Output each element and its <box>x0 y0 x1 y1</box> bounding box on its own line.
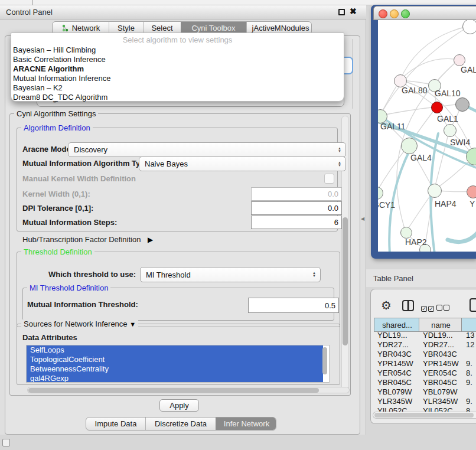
mi-threshold-field[interactable]: 0.5 <box>248 298 339 313</box>
table-header-row: shared...name <box>374 318 476 331</box>
table-row[interactable]: YPR145WYPR145W9. <box>374 359 476 369</box>
toolbar-divider <box>32 0 33 5</box>
mi-type-label: Mutual Information Algorithm Type: <box>22 159 152 168</box>
table-cell: YLR345W <box>374 397 419 406</box>
table-row[interactable]: YDL19...YDL19...13 <box>374 331 476 340</box>
mi-type-value: Naive Bayes <box>145 159 188 168</box>
table-hscrollbar-thumb[interactable] <box>374 413 474 418</box>
expand-right-icon[interactable]: ▶ <box>148 236 153 244</box>
column-header-name[interactable]: name <box>419 318 463 332</box>
tab-discretize-data[interactable]: Discretize Data <box>145 418 216 430</box>
hub-definition-expander[interactable]: Hub/Transcription Factor Definition ▶ <box>22 235 153 244</box>
table-row[interactable]: YDR27...YDR27...12 <box>374 340 476 350</box>
kernel-width-label: Kernel Width (0,1): <box>22 190 90 198</box>
network-node-label: GCY1 <box>378 200 395 210</box>
table-cell: YDR27... <box>374 340 419 350</box>
minimized-panel-icon[interactable] <box>2 439 10 446</box>
settings-scrollbar-thumb[interactable] <box>343 217 348 345</box>
network-node[interactable] <box>431 102 443 113</box>
sources-group-title[interactable]: Sources for Network Inference ▼ <box>21 319 138 328</box>
table-cell: YBR043C <box>374 350 419 359</box>
tab-impute-data[interactable]: Impute Data <box>86 418 145 430</box>
algorithm-option[interactable]: Mutual Information Inference <box>11 74 344 83</box>
table-row[interactable]: YBR045CYBR045C9. <box>374 378 476 387</box>
network-node[interactable] <box>400 227 412 239</box>
splitter-collapse-icon[interactable]: ◀ <box>361 216 364 221</box>
algorithm-option[interactable]: Basic Correlation Inference <box>11 55 344 64</box>
aracne-mode-combobox[interactable]: Discovery ▲▼ <box>68 142 346 157</box>
table-cell: YBR045C <box>374 378 419 387</box>
network-view-canvas[interactable]: GALGAL80GAL10GAL1GAL11GAL4SWI4GCY1HAP4YH… <box>378 20 476 252</box>
algorithm-option[interactable]: Bayesian – K2 <box>11 83 344 93</box>
network-node[interactable] <box>462 20 476 34</box>
column-view-icon[interactable] <box>402 300 414 311</box>
network-window-titlebar[interactable] <box>373 6 476 20</box>
deselect-columns-icon[interactable] <box>436 302 449 313</box>
table-cell: YDL19... <box>419 331 462 340</box>
dpi-tolerance-value: 0.0 <box>328 204 338 213</box>
table-cell: YBR045C <box>419 378 462 387</box>
tab-label: jActiveMNodules <box>252 24 309 32</box>
network-node[interactable] <box>467 185 476 198</box>
network-node-label: HAP2 <box>405 237 427 247</box>
kernel-width-field[interactable]: 0.0 <box>251 187 342 201</box>
float-panel-icon[interactable] <box>338 9 345 15</box>
network-edge[interactable] <box>400 26 470 80</box>
minimize-traffic-light-icon[interactable] <box>390 9 399 18</box>
table-row[interactable]: YBR043CYBR043C <box>374 350 476 359</box>
zoom-traffic-light-icon[interactable] <box>401 9 410 18</box>
network-edge-highlighted[interactable] <box>448 230 476 242</box>
mi-steps-field[interactable]: 6 <box>251 216 342 229</box>
column-header-partial[interactable] <box>461 318 476 332</box>
algorithm-option[interactable]: Dream8 DC_TDC Algorithm <box>11 93 344 102</box>
table-function-icon[interactable] <box>470 298 476 312</box>
table-settings-gear-icon[interactable]: ⚙ <box>381 299 392 311</box>
attribute-item[interactable]: TopologicalCoefficient <box>27 355 323 364</box>
manual-kernel-label: Manual Kernel Width Definition <box>22 174 136 183</box>
attribute-item[interactable]: BetweennessCentrality <box>27 364 323 374</box>
table-row[interactable]: YBL079WYBL079W <box>374 387 476 397</box>
manual-kernel-checkbox[interactable] <box>324 174 334 184</box>
sources-title-text: Sources for Network Inference <box>24 319 128 328</box>
algorithm-option[interactable]: ARACNE Algorithm <box>11 64 344 74</box>
which-threshold-combobox[interactable]: MI Threshold ▲▼ <box>140 267 321 282</box>
table-cell: YBR043C <box>419 350 462 359</box>
collapse-down-icon[interactable]: ▼ <box>129 321 136 328</box>
select-all-columns-icon[interactable]: ✓✓ <box>421 302 434 313</box>
close-icon[interactable]: ✖ <box>350 6 357 16</box>
table-cell: 12 <box>462 340 476 350</box>
dpi-tolerance-field[interactable]: 0.0 <box>251 201 342 215</box>
network-node-label: Y <box>470 199 475 208</box>
column-header-shared...[interactable]: shared... <box>374 318 420 332</box>
dpi-tolerance-label: DPI Tolerance [0,1]: <box>22 204 93 213</box>
table-row[interactable]: YER054CYER054C8. <box>374 369 476 378</box>
table-row[interactable]: YLR345WYLR345W9. <box>374 397 476 406</box>
settings-hscrollbar-thumb[interactable] <box>28 388 319 393</box>
network-node-label: GAL <box>461 65 476 74</box>
network-node[interactable] <box>455 97 470 112</box>
kernel-width-value: 0.0 <box>328 190 338 198</box>
network-node[interactable] <box>454 54 465 66</box>
apply-button[interactable]: Apply <box>159 399 199 412</box>
network-node-label: GAL11 <box>380 122 406 131</box>
mi-type-combobox[interactable]: Naive Bayes ▲▼ <box>139 156 346 171</box>
network-edge[interactable] <box>400 58 459 80</box>
close-traffic-light-icon[interactable] <box>379 9 387 18</box>
tab-infer-network[interactable]: Infer Network <box>216 418 276 430</box>
algorithm-option[interactable]: Bayesian – Hill Climbing <box>11 45 344 55</box>
network-node-label: GAL4 <box>410 153 432 162</box>
attribute-item[interactable]: SelfLoops <box>27 345 323 355</box>
network-edge[interactable] <box>380 107 436 116</box>
tab-label: Select <box>151 24 172 32</box>
table-cell: YLR345W <box>419 397 462 406</box>
attribute-item[interactable]: gal4RGexp <box>27 374 323 383</box>
attributes-list-scrollbar-thumb[interactable] <box>322 347 327 374</box>
network-node[interactable] <box>428 184 442 198</box>
mi-threshold-group-title: MI Threshold Definition <box>27 283 110 292</box>
network-node[interactable] <box>401 138 418 154</box>
network-node[interactable] <box>444 124 457 137</box>
which-threshold-label: Which threshold to use: <box>48 270 136 279</box>
data-attributes-list[interactable]: SelfLoopsTopologicalCoefficientBetweenne… <box>26 345 330 383</box>
combobox-arrows-icon: ▲▼ <box>338 147 341 153</box>
algorithm-definition-title: Algorithm Definition <box>21 123 93 132</box>
